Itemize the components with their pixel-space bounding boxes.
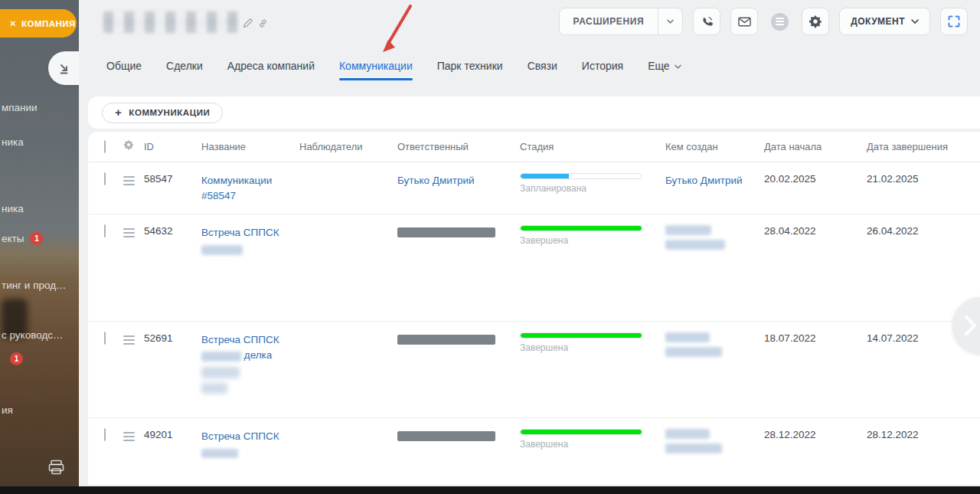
plus-icon: + — [115, 106, 122, 118]
communication-link[interactable]: делка — [244, 349, 273, 361]
redacted-responsible — [397, 335, 495, 345]
redacted-user-link — [665, 429, 710, 439]
row-menu-icon[interactable] — [123, 228, 135, 237]
sidebar-item-management[interactable]: с руководс… — [2, 329, 64, 341]
cell-date-start: 28.04.2022 — [764, 225, 867, 237]
tab-adresa-kompaniy[interactable]: Адреса компаний — [227, 60, 315, 80]
tab-label: Связи — [528, 60, 557, 72]
row-checkbox[interactable] — [104, 224, 106, 237]
add-communication-label: КОММУНИКАЦИИ — [129, 108, 210, 117]
column-header-name[interactable]: Название — [201, 141, 299, 152]
user-link[interactable]: Бутько Дмитрий — [397, 175, 475, 186]
redacted-user-link — [665, 347, 722, 357]
company-badge-label: КОМПАНИЯ — [21, 19, 76, 28]
stage-label: Завершена — [520, 342, 642, 353]
tab-label: Общие — [106, 60, 142, 72]
cell-date-end: 26.04.2022 — [867, 225, 980, 237]
sidebar-item-companies[interactable]: мпании — [2, 102, 38, 113]
document-button[interactable]: ДОКУМЕНТ — [839, 8, 930, 35]
sidebar-item-misc[interactable]: ия — [2, 404, 13, 416]
redacted-user-link — [665, 332, 710, 342]
communication-link[interactable]: Коммуникации — [201, 175, 272, 186]
cell-id: 54632 — [144, 225, 201, 237]
redacted-text — [201, 367, 240, 378]
printer-icon[interactable] — [48, 460, 64, 478]
app-window: × КОМПАНИЯ мпании ника ника екты 1 тинг … — [0, 0, 980, 494]
communications-table: ID Название Наблюдатели Ответственный Ст… — [88, 132, 980, 486]
cell-id: 49201 — [144, 429, 201, 440]
stage-progress-fill — [521, 174, 569, 178]
tab-eshche[interactable]: Еще — [648, 60, 681, 80]
column-header-stage[interactable]: Стадия — [520, 141, 665, 152]
copy-link-icon[interactable] — [258, 18, 268, 28]
extensions-button[interactable]: РАСШИРЕНИЯ — [559, 8, 684, 35]
sidebar-item-employee-1[interactable]: ника — [2, 136, 24, 148]
edit-pencil-icon[interactable] — [243, 18, 253, 28]
cell-created-by — [665, 225, 764, 250]
table-row[interactable]: 52691 Встреча СППСК делка Завершена — [88, 322, 980, 418]
sidebar-item-employee-2[interactable]: ника — [2, 203, 24, 214]
redacted-user-link — [665, 443, 722, 453]
cell-date-start: 20.02.2025 — [764, 173, 867, 185]
table-row[interactable]: 49201 Встреча СППСК Завершена — [88, 418, 980, 486]
tab-park-tekhniki[interactable]: Парк техники — [437, 60, 503, 80]
expand-corners-icon — [947, 15, 961, 28]
table-row[interactable]: 54632 Встреча СППСК Завершена — [88, 214, 980, 322]
row-menu-icon[interactable] — [123, 335, 135, 345]
email-button[interactable] — [730, 8, 758, 35]
envelope-icon — [738, 17, 751, 27]
redacted-responsible — [397, 431, 495, 441]
communication-link[interactable]: Встреча СППСК — [201, 227, 279, 238]
communication-link[interactable]: Встреча СППСК — [201, 334, 279, 345]
cell-created-by: Бутько Дмитрий — [665, 173, 764, 188]
cell-responsible: Бутько Дмитрий — [397, 173, 520, 188]
column-header-watchers[interactable]: Наблюдатели — [299, 141, 397, 152]
column-header-created-by[interactable]: Кем создан — [665, 141, 764, 152]
stage-label: Завершена — [520, 439, 642, 450]
tab-kommunikatsii[interactable]: Коммуникации — [339, 60, 413, 80]
cell-id: 58547 — [144, 173, 201, 185]
sidebar-collapse-button[interactable] — [48, 51, 79, 85]
settings-button[interactable] — [802, 8, 829, 35]
row-checkbox[interactable] — [104, 428, 106, 441]
stage-progress-fill — [521, 333, 642, 338]
select-all-checkbox[interactable] — [104, 140, 106, 153]
table-row[interactable]: 58547 Коммуникации #58547 Бутько Дмитрий… — [88, 162, 980, 214]
tab-obshchie[interactable]: Общие — [106, 60, 142, 80]
column-header-responsible[interactable]: Ответственный — [397, 141, 520, 152]
user-link[interactable]: Бутько Дмитрий — [665, 175, 743, 186]
cell-created-by — [665, 332, 764, 357]
extensions-dropdown-toggle[interactable] — [658, 8, 682, 35]
tab-sdelki[interactable]: Сделки — [166, 60, 203, 80]
column-header-date-end[interactable]: Дата завершения — [867, 141, 980, 152]
company-badge[interactable]: × КОМПАНИЯ — [0, 9, 77, 38]
redacted-text — [201, 245, 243, 255]
cell-name: Встреча СППСК — [201, 429, 299, 459]
communication-link[interactable]: Встреча СППСК — [201, 430, 279, 442]
row-checkbox[interactable] — [104, 332, 106, 345]
row-menu-icon[interactable] — [123, 176, 135, 185]
redacted-text — [201, 352, 241, 362]
cell-responsible — [397, 429, 520, 441]
stage-progress: Запланирована — [520, 173, 642, 194]
redacted-company-title — [103, 11, 238, 33]
row-checkbox[interactable] — [104, 172, 106, 185]
tab-istoriya[interactable]: История — [582, 60, 623, 80]
fullscreen-button[interactable] — [940, 8, 968, 35]
sidebar-item-label: тинг и прод… — [2, 280, 67, 291]
column-header-id[interactable]: ID — [144, 141, 201, 152]
row-menu-icon[interactable] — [123, 432, 135, 441]
column-settings-gear-icon[interactable] — [123, 139, 144, 152]
notification-badge: 1 — [30, 232, 43, 245]
column-header-date-start[interactable]: Дата начала — [764, 141, 867, 152]
communication-link[interactable]: #58547 — [201, 190, 236, 201]
collapse-arrow-icon — [57, 62, 70, 75]
phone-button[interactable] — [693, 8, 720, 35]
sidebar-item-projects[interactable]: екты 1 — [2, 232, 43, 245]
sidebar-item-label: мпании — [2, 102, 38, 113]
tab-svyazi[interactable]: Связи — [528, 60, 557, 80]
close-icon[interactable]: × — [10, 18, 16, 28]
sidebar-item-marketing[interactable]: тинг и прод… — [2, 280, 67, 291]
cell-responsible — [397, 332, 520, 345]
add-communication-button[interactable]: + КОММУНИКАЦИИ — [102, 103, 223, 123]
